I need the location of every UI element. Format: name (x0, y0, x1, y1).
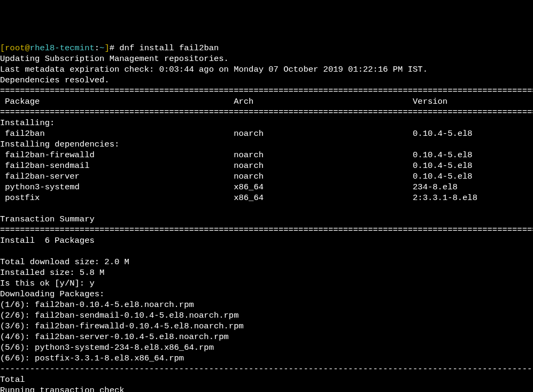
prompt-colon: : (95, 43, 99, 53)
package-row: fail2ban-firewalld noarch 0.10.4-5.el8 (0, 150, 473, 160)
command-input[interactable]: dnf install fail2ban (119, 43, 219, 53)
pkg-version: 0.10.4-5.el8 (413, 150, 473, 160)
package-row: python3-systemd x86_64 234-8.el8 (0, 182, 458, 192)
download-line: (6/6): postfix-3.3.1-8.el8.x86_64.rpm (0, 353, 184, 363)
pkg-name: python3-systemd (0, 182, 80, 192)
table-header-row: Package Arch Version (0, 97, 447, 106)
downloading-label: Downloading Packages: (0, 289, 104, 299)
pkg-arch: noarch (234, 129, 264, 139)
prompt-hash: # (110, 43, 120, 53)
dash-line: ----------------------------------------… (0, 364, 533, 374)
pkg-name: fail2ban-sendmail (0, 161, 89, 171)
package-row: fail2ban-sendmail noarch 0.10.4-5.el8 (0, 161, 473, 171)
download-line: (4/6): fail2ban-server-0.10.4-5.el8.noar… (0, 332, 229, 342)
install-count: Install 6 Packages (0, 236, 95, 245)
col-package: Package (0, 97, 40, 106)
installing-deps-label: Installing dependencies: (0, 140, 119, 149)
download-line: (1/6): fail2ban-0.10.4-5.el8.noarch.rpm (0, 300, 194, 310)
prompt-host: rhel8-tecmint (30, 43, 95, 53)
pkg-version: 0.10.4-5.el8 (413, 129, 473, 139)
pkg-version: 0.10.4-5.el8 (413, 172, 473, 181)
download-line: (3/6): fail2ban-firewalld-0.10.4-5.el8.n… (0, 321, 244, 331)
pkg-arch: noarch (234, 161, 264, 171)
pkg-arch: noarch (234, 150, 264, 160)
output-line: Updating Subscription Management reposit… (0, 54, 229, 64)
separator-line: ========================================… (0, 107, 533, 117)
installing-label: Installing: (0, 118, 55, 128)
pkg-version: 234-8.el8 (413, 182, 458, 192)
installed-size: Installed size: 5.8 M (0, 268, 104, 278)
output-line: Running transaction check (0, 386, 125, 392)
pkg-arch: noarch (234, 172, 264, 181)
col-version: Version (413, 97, 447, 106)
col-arch: Arch (234, 97, 253, 106)
output-line: Dependencies resolved. (0, 75, 110, 85)
pkg-version: 0.10.4-5.el8 (413, 161, 473, 171)
separator-line: ========================================… (0, 86, 533, 96)
transaction-summary: Transaction Summary (0, 214, 95, 224)
download-line: (5/6): python3-systemd-234-8.el8.x86_64.… (0, 343, 214, 352)
output-line: Last metadata expiration check: 0:03:44 … (0, 65, 428, 74)
prompt-at: @ (25, 43, 30, 53)
pkg-version: 2:3.3.1-8.el8 (413, 193, 477, 203)
package-row: fail2ban noarch 0.10.4-5.el8 (0, 129, 473, 139)
pkg-name: fail2ban-server (0, 172, 80, 181)
download-line: (2/6): fail2ban-sendmail-0.10.4-5.el8.no… (0, 311, 238, 320)
confirm-prompt[interactable]: Is this ok [y/N]: y (0, 279, 95, 288)
package-row: fail2ban-server noarch 0.10.4-5.el8 (0, 172, 473, 181)
pkg-arch: x86_64 (234, 182, 264, 192)
terminal-window[interactable]: [root@rhel8-tecmint:~]# dnf install fail… (0, 43, 533, 392)
prompt-path: ~ (99, 43, 104, 53)
prompt-close: ] (104, 43, 109, 53)
pkg-name: postfix (0, 193, 40, 203)
pkg-name: fail2ban-firewalld (0, 150, 95, 160)
pkg-arch: x86_64 (234, 193, 264, 203)
prompt-open: [ (0, 43, 5, 53)
package-row: postfix x86_64 2:3.3.1-8.el8 (0, 193, 477, 203)
pkg-name: fail2ban (0, 129, 45, 139)
total-label: Total (0, 375, 25, 385)
prompt-user: root (5, 43, 25, 53)
download-size: Total download size: 2.0 M (0, 257, 129, 267)
separator-line: ========================================… (0, 225, 533, 235)
